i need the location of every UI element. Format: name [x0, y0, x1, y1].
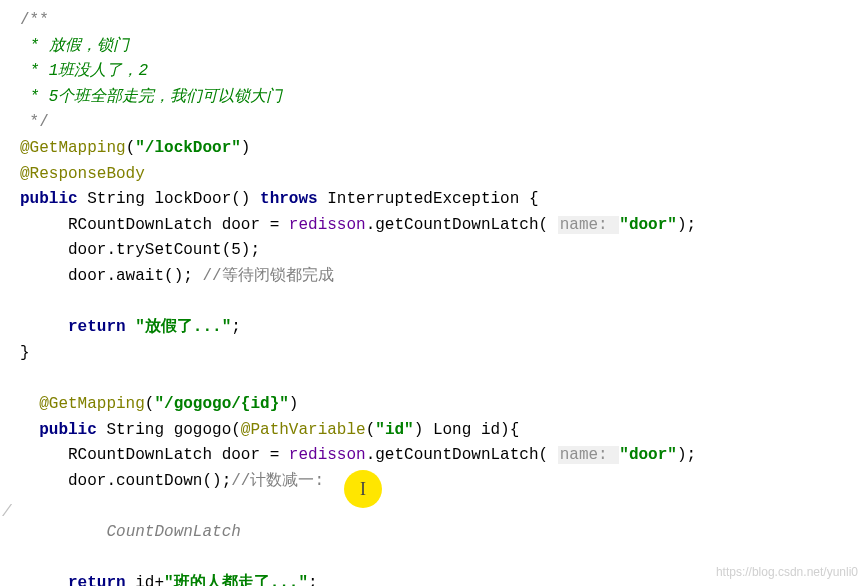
code-line: * 5个班全部走完，我们可以锁大门	[20, 85, 846, 111]
param-hint: name:	[558, 216, 620, 234]
code-line: door.trySetCount(5);	[20, 238, 846, 264]
watermark: https://blog.csdn.net/yunli0	[716, 563, 858, 582]
code-line: public String lockDoor() throws Interrup…	[20, 187, 846, 213]
code-line: @ResponseBody	[20, 162, 846, 188]
code-line: CountDownLatch	[20, 520, 846, 546]
param-hint: name:	[558, 446, 620, 464]
code-line: */	[20, 110, 846, 136]
code-line	[20, 290, 846, 316]
code-line: @GetMapping("/lockDoor")	[20, 136, 846, 162]
code-line: }	[20, 341, 846, 367]
code-line: door.countDown();//计数减一:	[20, 469, 846, 495]
code-line: /**	[20, 8, 846, 34]
text-cursor-icon: I	[360, 475, 366, 504]
cursor-highlight-icon: I	[344, 470, 382, 508]
code-line: RCountDownLatch door = redisson.getCount…	[20, 443, 846, 469]
code-line: return "放假了...";	[20, 315, 846, 341]
code-line	[20, 494, 846, 520]
code-line: * 1班没人了，2	[20, 59, 846, 85]
code-line: RCountDownLatch door = redisson.getCount…	[20, 213, 846, 239]
code-line: door.await(); //等待闭锁都完成	[20, 264, 846, 290]
margin-mark: /	[2, 500, 12, 526]
code-line: * 放假，锁门	[20, 34, 846, 60]
code-line	[20, 366, 846, 392]
code-line: public String gogogo(@PathVariable("id")…	[20, 418, 846, 444]
code-line: @GetMapping("/gogogo/{id}")	[20, 392, 846, 418]
